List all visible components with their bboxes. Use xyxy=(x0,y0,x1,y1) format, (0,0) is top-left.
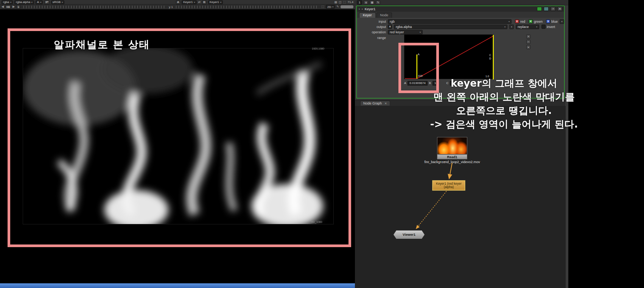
viewer-input-b-value: Keyer1 xyxy=(210,0,219,4)
red-channel-checkbox[interactable]: ✕ xyxy=(515,19,519,23)
blend-mode-select[interactable]: A ▾ xyxy=(36,0,43,4)
handle-cd[interactable] xyxy=(493,35,494,79)
properties-count-field[interactable]: 1 xyxy=(357,0,362,5)
chevron-down-icon: ▾ xyxy=(332,6,333,8)
graph-reset-button[interactable]: • xyxy=(526,45,530,49)
view-mode-value: 2D xyxy=(327,5,331,9)
read-node-file-label: fire_background_loop2_videvo2.mov xyxy=(411,160,494,164)
panel-title: Keyer1 xyxy=(365,7,376,11)
chevron-down-icon: ▾ xyxy=(194,1,195,3)
channel-set-dropdown[interactable]: ▾ xyxy=(560,19,564,24)
operation-row: operation red keyer ▾ xyxy=(357,30,564,34)
graph-zoom-in-button[interactable]: + xyxy=(526,34,530,39)
output-channel-value: rgba.alpha xyxy=(396,25,412,29)
blue-channel-checkbox[interactable]: ✕ xyxy=(546,19,550,23)
roi-icon[interactable]: ⬚ xyxy=(322,5,325,8)
read-node-thumbnail[interactable] xyxy=(437,137,467,154)
next-frame-icon[interactable]: ▶ xyxy=(12,5,15,8)
timeline-ruler-left[interactable] xyxy=(23,6,166,8)
playback-handle[interactable] xyxy=(341,5,353,8)
merge-operation-select[interactable]: replace ▾ xyxy=(516,25,539,29)
viewer-input-a-select[interactable]: Keyer1 ▾ xyxy=(182,0,196,4)
tutorial-note-line: keyer의 그래프 창에서 xyxy=(418,76,590,90)
help-button[interactable]: ? xyxy=(551,7,555,11)
chevron-down-icon: ▾ xyxy=(509,20,510,23)
chevron-down-icon: ▾ xyxy=(504,26,506,28)
node-graph-tab-label: Node Graph xyxy=(363,101,382,105)
viewer-pane: rgba ▾ rgba.alpha ▾ A ▾ IP sRGB ▾ A Keye… xyxy=(0,0,355,288)
node-graph-scrollbar[interactable] xyxy=(565,106,568,288)
range-label: range xyxy=(357,36,388,40)
viewer-lut-select[interactable]: sRGB ▾ xyxy=(51,0,64,4)
tab-keyer[interactable]: Keyer xyxy=(359,12,376,18)
operation-select[interactable]: red keyer ▾ xyxy=(388,30,423,34)
channel-select-value: rgba.alpha xyxy=(16,0,30,4)
wire-read-to-keyer[interactable] xyxy=(449,163,452,179)
tab-node-graph[interactable]: Node Graph ✕ xyxy=(360,101,390,106)
merge-operation-value: replace xyxy=(518,25,529,29)
right-pane: 1 ≣ ▦ ✎ ▾ • Keyer1 ? ✕ Keyer Node input … xyxy=(355,0,568,288)
close-panel-button[interactable]: ✕ xyxy=(557,7,562,11)
proxy-icon[interactable]: ◫ xyxy=(339,1,342,4)
output-checkbox[interactable]: ✕ xyxy=(388,25,392,29)
tutorial-note-line: -> 검은색 영역이 늘어나게 된다. xyxy=(418,117,590,131)
prev-frame-icon[interactable]: ◀ xyxy=(2,5,4,8)
timeline-ruler-right[interactable] xyxy=(176,6,319,8)
swap-inputs-icon[interactable]: ⇄ xyxy=(198,1,201,4)
gain-value-field[interactable]: 1 xyxy=(16,5,20,9)
gamma-y-value[interactable]: y 1 xyxy=(169,5,173,9)
grid-icon[interactable]: ▦ xyxy=(334,1,338,4)
roi-icon[interactable]: ⬚ xyxy=(343,1,346,4)
channel-select[interactable]: rgba.alpha ▾ xyxy=(14,0,34,4)
viewer-frame-bar: ◀ f/8 ▶ 1 y 1 ⬚ 2D ▾ ✎ xyxy=(0,5,355,9)
bin-menu-button[interactable]: ≣ xyxy=(364,0,368,5)
graph-zoom-out-button[interactable]: − xyxy=(526,40,530,44)
zoom-value[interactable]: 71.4 xyxy=(347,0,353,4)
invert-label: invert xyxy=(547,25,555,29)
tutorial-note-block: keyer의 그래프 창에서 맨 왼쪽 아래의 노란색 막대기를 오른쪽으로 땡… xyxy=(418,76,590,131)
viewer-toolbar: rgba ▾ rgba.alpha ▾ A ▾ IP sRGB ▾ A Keye… xyxy=(0,0,355,5)
operation-label: operation xyxy=(357,30,388,34)
viewer-input-a-value: Keyer1 xyxy=(183,0,193,4)
view-mode-select[interactable]: 2D ▾ xyxy=(326,5,335,9)
input-channels-select[interactable]: rgb ▾ xyxy=(388,19,512,24)
node-graph-canvas[interactable]: Read1 fire_background_loop2_videvo2.mov … xyxy=(355,106,565,288)
panel-collapse-icon[interactable]: ▾ xyxy=(359,8,360,10)
float-panel-button[interactable] xyxy=(537,7,542,11)
input-process-toggle[interactable]: IP xyxy=(44,0,50,4)
bin-grid-button[interactable]: ▦ xyxy=(370,0,374,5)
chevron-down-icon: ▾ xyxy=(40,1,41,3)
close-icon[interactable]: ✕ xyxy=(384,102,387,105)
read-node[interactable]: Read1 xyxy=(437,154,467,159)
fstop-gain-control[interactable]: f/8 xyxy=(5,5,11,9)
tutorial-note-line: 오른쪽으로 땡깁니다. xyxy=(418,104,590,117)
viewer-node[interactable]: Viewer1 xyxy=(394,230,425,239)
annotate-pencil-icon[interactable]: ✎ xyxy=(336,5,339,8)
wire-keyer-to-viewer[interactable] xyxy=(416,191,446,229)
viewer-input-b-select[interactable]: Keyer1 ▾ xyxy=(208,0,223,4)
tab-node[interactable]: Node xyxy=(376,12,392,18)
chevron-down-icon: ▾ xyxy=(536,26,537,28)
output-row: output ✕ rgba.alpha ▾ ▾ replace ▾ invert xyxy=(357,24,564,29)
operation-value: red keyer xyxy=(390,30,404,34)
bin-edit-button[interactable]: ✎ xyxy=(376,0,380,5)
properties-bin-header: 1 ≣ ▦ ✎ xyxy=(355,0,568,5)
keyer-node[interactable]: Keyer1 (red keyer (alpha) xyxy=(432,181,465,190)
chevron-down-icon: ▾ xyxy=(220,1,221,3)
node-connections xyxy=(355,106,565,288)
output-channel-select[interactable]: rgba.alpha ▾ xyxy=(394,25,507,29)
invert-checkbox[interactable] xyxy=(541,25,546,29)
handle-c-label: C xyxy=(489,54,491,56)
node-center-icon[interactable]: • xyxy=(362,8,363,11)
blue-channel-label: blue xyxy=(551,20,558,23)
cache-progress-bar xyxy=(0,283,355,288)
layer-select[interactable]: rgba ▾ xyxy=(2,0,13,4)
tutorial-highlight-frame xyxy=(8,28,351,247)
layer-select-value: rgba xyxy=(3,0,9,4)
keyer-node-label-line2: (alpha) xyxy=(433,185,465,189)
tutorial-note-line: 맨 왼쪽 아래의 노란색 막대기를 xyxy=(418,90,590,104)
green-channel-checkbox[interactable]: ✕ xyxy=(529,19,533,23)
green-channel-label: green xyxy=(534,20,543,23)
dock-panel-button[interactable] xyxy=(544,7,549,11)
output-link-button[interactable]: ▾ xyxy=(509,25,514,29)
